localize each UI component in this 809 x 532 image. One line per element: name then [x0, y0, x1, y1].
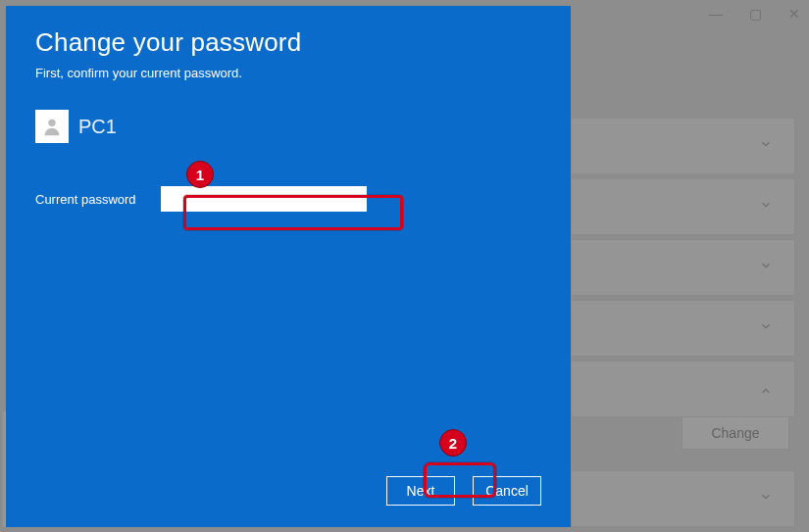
- list-item[interactable]: [571, 118, 795, 174]
- chevron-down-icon: [759, 490, 773, 508]
- background-option-list: [571, 118, 795, 531]
- change-button[interactable]: Change: [682, 416, 789, 450]
- next-button[interactable]: Next: [386, 476, 455, 506]
- svg-point-0: [48, 120, 55, 126]
- change-password-dialog: Change your password First, confirm your…: [6, 6, 571, 527]
- list-item[interactable]: [571, 470, 795, 527]
- chevron-down-icon: [759, 259, 773, 276]
- window-controls: — ▢ ✕: [707, 6, 803, 22]
- list-item[interactable]: [571, 361, 795, 417]
- current-password-label: Current password: [35, 192, 143, 207]
- user-icon: [41, 116, 63, 137]
- minimize-icon[interactable]: —: [707, 6, 725, 22]
- chevron-down-icon: [759, 137, 773, 155]
- dialog-subtitle: First, confirm your current password.: [35, 66, 541, 80]
- maximize-icon[interactable]: ▢: [746, 6, 764, 22]
- avatar: [35, 110, 69, 143]
- current-password-input[interactable]: [159, 184, 369, 214]
- annotation-badge-2: 2: [439, 429, 467, 457]
- user-identity: PC1: [35, 110, 541, 143]
- list-item[interactable]: [571, 239, 795, 296]
- chevron-down-icon: [759, 319, 773, 337]
- chevron-up-icon: [759, 380, 773, 398]
- list-item[interactable]: [571, 300, 795, 357]
- dialog-title: Change your password: [35, 27, 541, 58]
- chevron-down-icon: [759, 198, 773, 216]
- cancel-button[interactable]: Cancel: [473, 476, 541, 506]
- close-icon[interactable]: ✕: [785, 6, 803, 22]
- list-item[interactable]: [571, 178, 795, 235]
- user-name: PC1: [78, 116, 117, 138]
